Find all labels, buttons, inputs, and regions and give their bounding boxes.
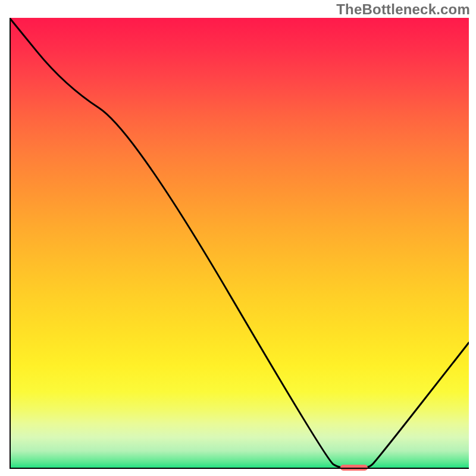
bottleneck-chart: TheBottleneck.com: [0, 0, 476, 476]
plot-area: [10, 18, 469, 469]
gradient-background: [10, 18, 469, 469]
watermark-text: TheBottleneck.com: [336, 1, 470, 18]
